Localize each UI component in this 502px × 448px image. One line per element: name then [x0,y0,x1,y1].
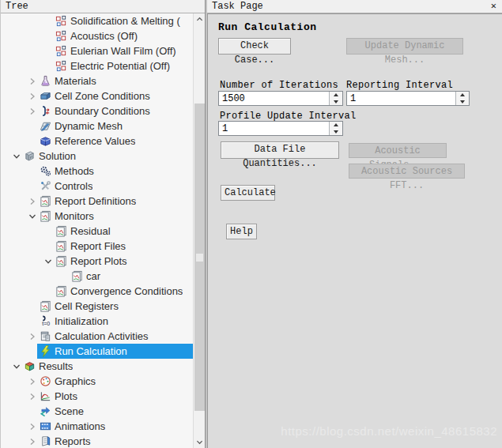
tree-item-car[interactable]: car [2,269,193,284]
tree-item-content[interactable]: Acoustics (Off) [53,28,193,43]
tree-item-results[interactable]: Results [2,359,193,374]
tree-item-content[interactable]: Boundary Conditions [37,104,193,119]
tree-item-content[interactable]: Solidification & Melting ( [53,13,193,28]
chevron-down-icon[interactable] [43,257,53,266]
tree-item-content[interactable]: Controls [37,179,193,194]
tree-item-graphics[interactable]: Graphics [2,374,193,389]
chevron-right-icon[interactable] [27,107,37,116]
tree-item-content[interactable]: Run Calculation [37,344,193,359]
chevron-right-icon[interactable] [27,422,37,431]
iterations-input[interactable] [219,92,329,105]
tree-item-acoustics-off[interactable]: Acoustics (Off) [2,28,193,43]
tree-item-content[interactable]: Report Files [53,239,193,254]
tree-item-content[interactable]: Methods [37,164,193,179]
chevron-right-icon[interactable] [27,332,37,341]
tree-item-content[interactable]: Eulerian Wall Film (Off) [53,43,193,58]
flask-icon [39,75,51,87]
help-button[interactable]: Help [226,224,257,239]
tree-item-plots[interactable]: Plots [2,389,193,404]
tree-item-content[interactable]: t=0Initialization [37,314,193,329]
tree-item-label: Calculation Activities [55,330,149,342]
tree-item-content[interactable]: Cell Registers [37,299,193,314]
tree-item-monitors[interactable]: Monitors [2,209,193,224]
spin-down-icon[interactable] [330,129,342,136]
tree-item-content[interactable]: Animations [37,419,193,434]
tree-item-content[interactable]: Results [21,359,193,374]
task-page-title: Task Page [212,1,263,12]
tree-item-content[interactable]: Graphics [37,374,193,389]
tree-item-reports[interactable]: Reports [2,434,193,448]
profile-update-input[interactable] [219,122,329,135]
tree-item-content[interactable]: Dynamic Mesh [37,119,193,134]
chevron-down-icon[interactable] [11,362,21,371]
close-icon[interactable]: ✕ [491,1,496,12]
tree-item-solution[interactable]: Solution [2,149,193,164]
tree-item-content[interactable]: Residual [53,224,193,239]
tree-item-convergence-conditions[interactable]: Convergence Conditions [2,284,193,299]
chevron-right-icon[interactable] [27,197,37,206]
tree-item-content[interactable]: Calculation Activities [37,329,193,344]
tree-item-cell-registers[interactable]: Cell Registers [2,299,193,314]
spin-up-icon[interactable] [330,92,342,99]
tree-item-solidification-melting[interactable]: Solidification & Melting ( [2,13,193,28]
tree-item-reference-values[interactable]: Reference Values [2,134,193,149]
data-file-quantities-button[interactable]: Data File Quantities... [221,141,339,159]
tree-item-label: Materials [55,75,96,87]
chart-icon [39,300,51,312]
tree-item-electric-potential-off[interactable]: Electric Potential (Off) [2,58,193,73]
tree-item-content[interactable]: Reference Values [37,134,193,149]
tree-item-content[interactable]: Convergence Conditions [53,284,193,299]
tree-item-content[interactable]: car [69,269,193,284]
tree-item-residual[interactable]: Residual [2,224,193,239]
tree-item-report-definitions[interactable]: Report Definitions [2,194,193,209]
tree-item-calculation-activities[interactable]: Calculation Activities [2,329,193,344]
tree-item-content[interactable]: Solution [21,149,193,164]
chevron-down-icon[interactable] [11,152,21,161]
tree-item-report-files[interactable]: Report Files [2,239,193,254]
tree-item-controls[interactable]: Controls [2,179,193,194]
tree-item-eulerian-wall-film-off[interactable]: Eulerian Wall Film (Off) [2,43,193,58]
tree-item-content[interactable]: Materials [37,73,193,88]
chart-icon [55,255,67,267]
tree-item-content[interactable]: Scene [37,404,193,419]
tree-item-content[interactable]: Monitors [37,209,193,224]
boundary-icon [39,105,51,117]
check-case-button[interactable]: Check Case... [218,38,291,55]
scroll-up-icon[interactable] [194,13,205,25]
tree-item-content[interactable]: Cell Zone Conditions [37,88,193,104]
tree-item-content[interactable]: Electric Potential (Off) [53,58,193,73]
tree-item-content[interactable]: Report Plots [53,254,193,269]
tree-item-dynamic-mesh[interactable]: Dynamic Mesh [2,119,193,134]
tree-item-boundary-conditions[interactable]: Boundary Conditions [2,104,193,119]
tree-item-scene[interactable]: Scene [2,404,193,419]
chevron-right-icon[interactable] [27,437,37,446]
chart-icon [39,195,51,207]
tree-item-cell-zone-conditions[interactable]: Cell Zone Conditions [2,88,193,104]
spin-up-icon[interactable] [330,122,342,129]
tree-scrollbar[interactable] [193,13,205,448]
models-icon [55,45,67,57]
tree-item-materials[interactable]: Materials [2,73,193,88]
chevron-right-icon[interactable] [27,392,37,401]
tree-item-content[interactable]: Plots [37,389,193,404]
tree-item-report-plots[interactable]: Report Plots [2,254,193,269]
chevron-right-icon[interactable] [27,377,37,386]
tree-item-run-calculation[interactable]: Run Calculation [2,344,193,359]
spin-up-icon[interactable] [456,92,469,99]
chevron-down-icon[interactable] [27,212,37,221]
spin-down-icon[interactable] [456,99,469,106]
scrollbar-thumb[interactable] [194,104,205,411]
chevron-right-icon[interactable] [27,77,37,86]
calculate-button[interactable]: Calculate [221,185,275,201]
spin-down-icon[interactable] [330,99,342,106]
tree-item-content[interactable]: Reports [37,434,193,448]
tree-item-initialization[interactable]: t=0Initialization [2,314,193,329]
chevron-right-icon[interactable] [27,92,37,101]
chevron-placeholder [43,227,53,236]
reporting-interval-input[interactable] [347,92,455,105]
tree-item-animations[interactable]: Animations [2,419,193,434]
tree-item-content[interactable]: Report Definitions [37,194,193,209]
scroll-down-icon[interactable] [194,436,205,448]
tree-item-methods[interactable]: Methods [2,164,193,179]
reporting-interval-spinbox [346,91,470,106]
